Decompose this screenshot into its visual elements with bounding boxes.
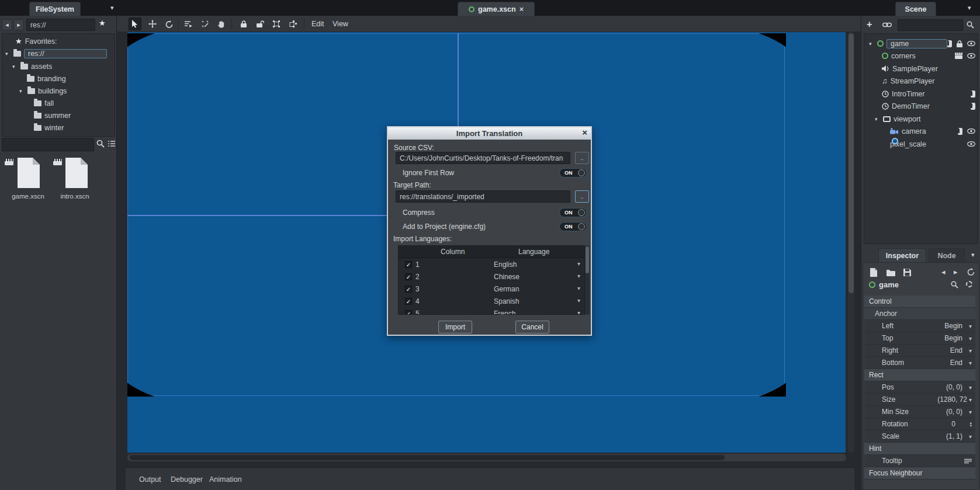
scene-node-sampleplayer[interactable]: SamplePlayer	[882, 62, 975, 75]
add-to-project-toggle[interactable]: ON	[559, 222, 587, 231]
checkbox-checked[interactable]: ✓	[405, 273, 412, 280]
language-cell[interactable]: Chinese	[494, 273, 520, 281]
path-input[interactable]: res://	[26, 19, 95, 31]
property-section-control[interactable]: Control	[864, 296, 975, 308]
close-icon[interactable]: ×	[582, 127, 587, 137]
scene-panel-tab[interactable]: Scene	[895, 2, 936, 16]
edit-menu[interactable]: Edit	[308, 16, 328, 32]
dropdown-arrow-icon[interactable]: ▾	[969, 409, 972, 415]
compress-toggle[interactable]: ON	[559, 208, 587, 217]
property-subsection-anchor[interactable]: Anchor	[864, 308, 975, 320]
move-tool-button[interactable]	[146, 18, 159, 30]
select-tool-button[interactable]	[129, 18, 141, 30]
tree-item-favorites[interactable]: ★ Favorites:	[15, 35, 57, 47]
dropdown-arrow-icon[interactable]: ▾	[577, 297, 580, 304]
property-value[interactable]: (0, 0)	[946, 383, 962, 391]
property-value[interactable]: (1, 1)	[946, 432, 962, 440]
property-value[interactable]: End	[950, 359, 962, 367]
scrollbar-handle[interactable]	[849, 33, 854, 293]
tab-animation[interactable]: Animation	[209, 468, 242, 490]
eye-icon[interactable]	[967, 128, 975, 134]
spinner-icon[interactable]: ▴▾	[969, 421, 972, 427]
table-row[interactable]: ✓ 3 German ▾	[399, 283, 584, 296]
history-icon[interactable]	[967, 268, 975, 276]
vertical-scrollbar[interactable]	[848, 32, 854, 453]
expander-icon[interactable]: ▾	[5, 51, 11, 57]
tab-inspector[interactable]: Inspector	[878, 248, 926, 262]
property-value[interactable]: End	[950, 346, 962, 355]
dropdown-arrow-icon[interactable]: ▾	[969, 335, 972, 342]
table-row[interactable]: ✓ 4 Spanish ▾	[399, 296, 584, 308]
unlock-object-button[interactable]	[254, 18, 266, 30]
lock-object-button[interactable]	[237, 18, 250, 30]
tree-item-branding[interactable]: branding	[27, 72, 66, 85]
gear-icon[interactable]	[966, 281, 972, 287]
property-row-scale[interactable]: Scale (1, 1) ▾	[864, 430, 975, 443]
table-row[interactable]: ✓ 2 Chinese ▾	[399, 271, 584, 283]
scene-node-viewport[interactable]: ▾ viewport	[875, 113, 975, 125]
script-icon[interactable]	[946, 40, 952, 47]
table-row[interactable]: ✓ 5 French ▾	[399, 308, 584, 315]
property-row-size[interactable]: Size (1280, 72 ▾	[864, 394, 975, 406]
scene-node-streamplayer[interactable]: ♫ StreamPlayer	[882, 75, 975, 87]
property-row-right[interactable]: Right End ▾	[864, 345, 975, 357]
eye-icon[interactable]	[967, 53, 975, 58]
dropdown-arrow-icon[interactable]: ▾	[577, 310, 580, 315]
language-cell[interactable]: French	[494, 310, 515, 315]
spin-down-icon[interactable]: ▾	[969, 424, 972, 427]
dropdown-arrow-icon[interactable]: ▾	[577, 260, 580, 267]
eye-icon[interactable]	[967, 141, 975, 147]
tree-item-summer[interactable]: summer	[34, 109, 71, 121]
instance-scene-button[interactable]	[882, 22, 892, 27]
property-value[interactable]: Begin	[944, 334, 962, 342]
property-row-left[interactable]: Left Begin ▾	[864, 320, 975, 332]
dialog-title-bar[interactable]: Import Translation ×	[388, 127, 591, 140]
expander-icon[interactable]: ▾	[875, 116, 880, 122]
property-row-top[interactable]: Top Begin ▾	[864, 332, 975, 345]
scene-node-game[interactable]: ▾ game	[869, 37, 975, 50]
dropdown-arrow-icon[interactable]: ▾	[969, 347, 972, 354]
scene-node-pixel-scale[interactable]: pixel_scale	[890, 138, 975, 150]
property-value[interactable]: 0	[951, 420, 955, 428]
lock-icon[interactable]	[957, 40, 962, 47]
close-tab-icon[interactable]: ×	[520, 5, 524, 13]
history-forward-icon[interactable]: ▸	[954, 267, 958, 276]
property-value[interactable]: (0, 0)	[946, 408, 962, 416]
group-object-button[interactable]	[270, 18, 283, 30]
checkbox-checked[interactable]: ✓	[405, 261, 412, 268]
filesystem-search-input[interactable]	[2, 138, 94, 151]
property-value[interactable]: (1280, 72	[937, 395, 967, 404]
eye-icon[interactable]	[967, 41, 975, 46]
tree-item-fall[interactable]: fall	[34, 97, 54, 109]
dropdown-arrow-icon[interactable]: ▾	[969, 360, 972, 366]
property-row-min-size[interactable]: Min Size (0, 0) ▾	[864, 406, 975, 418]
checkbox-checked[interactable]: ✓	[405, 286, 412, 293]
scene-node-demotimer[interactable]: DemoTimer	[882, 100, 975, 112]
inspector-panel-menu-icon[interactable]: ▾	[971, 251, 975, 259]
add-node-button[interactable]: +	[867, 19, 872, 30]
tree-item-winter[interactable]: winter	[34, 121, 64, 134]
tab-output[interactable]: Output	[139, 468, 161, 490]
property-section-focus-neighbour[interactable]: Focus Neighbour	[864, 467, 975, 479]
rotate-tool-button[interactable]	[162, 18, 175, 30]
horizontal-scrollbar[interactable]	[127, 454, 846, 461]
pan-tool-button[interactable]	[215, 18, 228, 30]
favorite-star-button[interactable]: ★	[99, 19, 106, 27]
nav-forward-button[interactable]: ▸	[13, 19, 24, 30]
multiline-text-icon[interactable]	[964, 458, 972, 464]
dropdown-arrow-icon[interactable]: ▾	[969, 397, 972, 403]
checkbox-checked[interactable]: ✓	[405, 298, 412, 305]
dropdown-arrow-icon[interactable]: ▾	[577, 273, 580, 279]
cancel-button[interactable]: Cancel	[515, 321, 549, 333]
filesystem-panel-tab[interactable]: FileSystem	[29, 2, 81, 16]
tab-debugger[interactable]: Debugger	[171, 468, 203, 490]
tab-node[interactable]: Node	[929, 248, 965, 262]
script-icon[interactable]	[969, 91, 975, 98]
property-row-rotation[interactable]: Rotation 0 ▴▾	[864, 418, 975, 430]
scene-node-corners[interactable]: corners	[882, 50, 975, 62]
dropdown-arrow-icon[interactable]: ▾	[577, 285, 580, 291]
target-path-browse-button[interactable]: ..	[575, 190, 589, 203]
scrollbar-handle[interactable]	[586, 246, 589, 273]
view-menu[interactable]: View	[329, 16, 352, 32]
dropdown-arrow-icon[interactable]: ▾	[969, 384, 972, 391]
